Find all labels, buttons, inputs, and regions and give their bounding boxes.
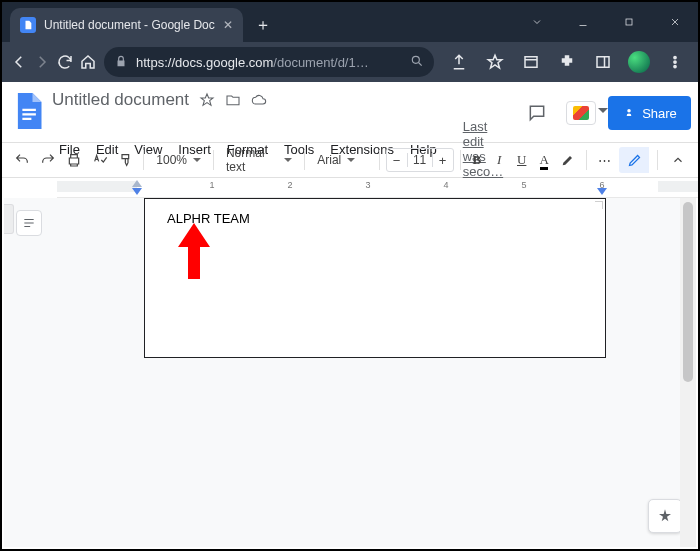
browser-menu-icon[interactable] [658,45,692,79]
svg-point-6 [674,65,676,67]
comment-history-icon[interactable] [520,96,554,130]
explore-button[interactable] [648,499,682,533]
svg-rect-8 [22,113,36,115]
document-title[interactable]: Untitled document [52,90,189,110]
spellcheck-button[interactable] [88,146,112,174]
undo-button[interactable] [10,146,34,174]
svg-rect-7 [22,109,36,111]
print-button[interactable] [62,146,86,174]
docs-favicon [20,17,36,33]
zoom-select[interactable]: 100% [150,148,207,172]
share-label: Share [642,106,677,121]
left-tab-handle[interactable] [4,204,14,234]
move-icon[interactable] [225,92,241,108]
bookmark-star-icon[interactable] [478,45,512,79]
reading-list-icon[interactable] [514,45,548,79]
nav-forward-button[interactable] [31,45,52,79]
svg-point-5 [674,61,676,63]
vertical-scrollbar[interactable] [680,198,696,547]
lock-icon [114,54,128,71]
docs-logo-icon[interactable] [14,90,42,132]
svg-point-4 [674,56,676,58]
font-size-control[interactable]: − 11 + [386,148,454,172]
style-select[interactable]: Normal text [220,148,299,172]
nav-home-button[interactable] [77,45,98,79]
hide-menus-button[interactable] [666,147,690,173]
svg-rect-0 [626,19,632,25]
share-button[interactable]: Share [608,96,691,130]
outline-toggle-button[interactable] [16,210,42,236]
svg-rect-9 [22,118,31,120]
url-search-icon[interactable] [410,54,424,71]
browser-tab[interactable]: Untitled document - Google Doc ✕ [10,8,243,42]
document-body-text[interactable]: ALPHR TEAM [167,211,593,226]
window-close-icon[interactable] [652,2,698,42]
window-maximize-icon[interactable] [606,2,652,42]
svg-rect-2 [525,57,537,68]
font-size-increase[interactable]: + [433,153,453,168]
tab-title: Untitled document - Google Doc [44,18,215,32]
text-color-button[interactable]: A [534,146,554,174]
scroll-thumb[interactable] [683,202,693,382]
font-size-value[interactable]: 11 [407,153,433,167]
browser-address-bar: https://docs.google.com/document/d/1… [2,42,698,82]
paint-format-button[interactable] [114,146,138,174]
redo-button[interactable] [36,146,60,174]
cloud-status-icon[interactable] [251,92,267,108]
more-tools-button[interactable]: ⋯ [593,146,617,174]
font-select[interactable]: Arial [311,148,372,172]
svg-rect-3 [597,57,609,68]
url-field[interactable]: https://docs.google.com/document/d/1… [104,47,434,77]
window-controls [514,2,698,42]
new-tab-button[interactable]: ＋ [249,11,277,39]
font-size-decrease[interactable]: − [387,153,407,168]
window-dropdown-icon[interactable] [514,2,560,42]
document-canvas[interactable]: ALPHR TEAM [4,198,696,547]
svg-point-1 [412,56,419,63]
tab-close-icon[interactable]: ✕ [223,18,233,32]
page[interactable]: ALPHR TEAM [144,198,606,358]
ruler[interactable]: 1 2 3 4 5 6 [2,178,698,198]
browser-titlebar: Untitled document - Google Doc ✕ ＋ [2,2,698,42]
share-url-icon[interactable] [442,45,476,79]
underline-button[interactable]: U [511,146,531,174]
window-minimize-icon[interactable] [560,2,606,42]
bold-button[interactable]: B [466,146,486,174]
nav-back-button[interactable] [8,45,29,79]
meet-caret-icon[interactable] [598,108,608,113]
star-icon[interactable] [199,92,215,108]
extensions-icon[interactable] [550,45,584,79]
nav-reload-button[interactable] [54,45,75,79]
docs-header: Untitled document File Edit View Insert … [2,82,698,142]
side-panel-icon[interactable] [586,45,620,79]
highlight-button[interactable] [556,146,580,174]
editing-mode-button[interactable] [619,147,649,173]
meet-button[interactable] [566,101,596,125]
profile-extension-icon[interactable] [622,45,656,79]
page-corner-icon [595,201,603,209]
italic-button[interactable]: I [489,146,509,174]
url-text: https://docs.google.com/document/d/1… [136,55,396,70]
